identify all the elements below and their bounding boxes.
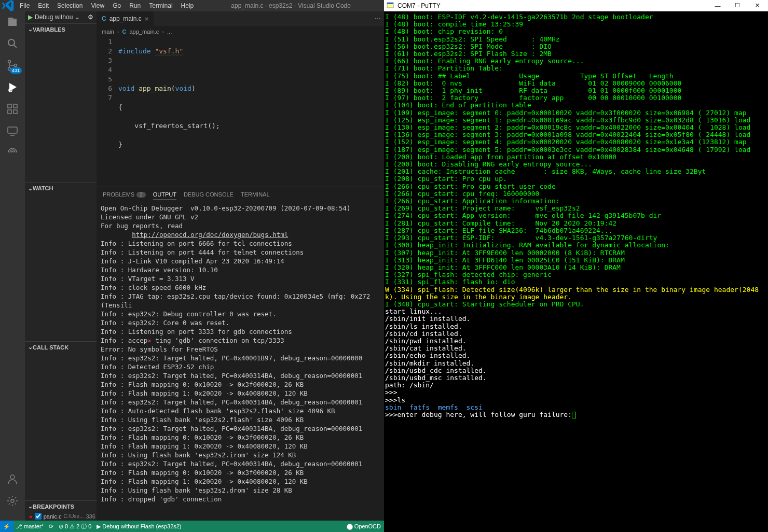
svg-rect-6 xyxy=(13,104,17,108)
gear-icon[interactable]: ⚙ xyxy=(88,13,93,21)
code-editor[interactable]: 1234567 #include "vsf.h" void app_main(v… xyxy=(97,37,384,187)
putty-titlebar: COM7 - PuTTY — ☐ ✕ xyxy=(384,0,768,11)
run-config-select[interactable]: ▶ Debug withou ⌄ ⚙ xyxy=(25,11,97,23)
account-icon[interactable] xyxy=(6,473,19,485)
tab-label: app_main.c xyxy=(109,15,142,22)
terminal-output[interactable]: I (48) boot: ESP-IDF v4.2-dev-1415-ga226… xyxy=(384,11,768,532)
tab-actions[interactable]: ⋯ xyxy=(375,15,384,22)
extensions-icon[interactable] xyxy=(6,103,19,115)
remote-indicator[interactable]: ⚡ xyxy=(0,521,13,532)
menubar: File Edit Selection View Go Run Terminal… xyxy=(0,0,384,11)
gear-icon[interactable] xyxy=(6,495,19,507)
putty-window: COM7 - PuTTY — ☐ ✕ I (48) boot: ESP-IDF … xyxy=(384,0,768,532)
menu-go[interactable]: Go xyxy=(108,2,125,9)
section-variables[interactable]: ⌄ VARIABLES xyxy=(25,23,97,35)
tab-debug-console[interactable]: DEBUG CONSOLE xyxy=(184,189,234,200)
scm-icon[interactable]: 431 xyxy=(6,59,19,72)
bottom-panel: PROBLEMS2 OUTPUT DEBUG CONSOLE TERMINAL … xyxy=(97,187,384,521)
panel-tabs: PROBLEMS2 OUTPUT DEBUG CONSOLE TERMINAL xyxy=(97,187,384,202)
sb-branch[interactable]: ⎇ master* xyxy=(16,523,44,530)
espressif-icon[interactable] xyxy=(6,146,19,159)
tab-output[interactable]: OUTPUT xyxy=(153,189,176,200)
sb-debug-target[interactable]: ▶ Debug without Flash (esp32s2) xyxy=(97,523,181,530)
svg-rect-13 xyxy=(387,3,393,4)
tab-bar: C app_main.c × ⋯ xyxy=(97,11,384,26)
svg-rect-9 xyxy=(8,127,17,133)
svg-point-3 xyxy=(15,64,17,67)
tab-problems[interactable]: PROBLEMS2 xyxy=(103,189,146,200)
tab-terminal[interactable]: TERMINAL xyxy=(241,189,270,200)
maximize-button[interactable]: ☐ xyxy=(729,1,746,10)
svg-point-0 xyxy=(8,39,15,46)
output-panel[interactable]: Open On-Chip Debugger v0.10.0-esp32-2020… xyxy=(97,202,384,521)
line-gutter: 1234567 xyxy=(97,37,118,187)
code-lines[interactable]: #include "vsf.h" void app_main(void) { v… xyxy=(118,37,384,187)
menu-terminal[interactable]: Terminal xyxy=(145,2,176,9)
tab-app-main[interactable]: C app_main.c × xyxy=(97,11,154,26)
remote-icon[interactable] xyxy=(6,124,19,137)
menu-edit[interactable]: Edit xyxy=(34,2,53,9)
svg-rect-8 xyxy=(13,110,17,114)
activity-bar: 431 xyxy=(0,11,25,521)
sb-sync-icon[interactable]: ⟳ xyxy=(49,523,53,530)
minimize-button[interactable]: — xyxy=(709,1,726,10)
vscode-body: 431 ▶ Debug withou ⌄ ⚙ ⌄ VARIABLES ⌄ WAT… xyxy=(0,11,384,521)
putty-title: COM7 - PuTTY xyxy=(397,2,441,9)
svg-point-10 xyxy=(10,475,15,479)
status-bar: ⚡ ⎇ master* ⟳ ⊘ 0 ⚠ 2 ⓘ 0 ▶ Debug withou… xyxy=(0,521,384,532)
breadcrumb[interactable]: main› C app_main.c› ... xyxy=(97,26,384,37)
chevron-down-icon: ⌄ xyxy=(75,13,80,21)
close-button[interactable]: ✕ xyxy=(748,1,766,10)
menu-run[interactable]: Run xyxy=(125,2,145,9)
breakpoint-checkbox[interactable] xyxy=(35,513,42,520)
window-title: app_main.c - esp32s2 - Visual Studio Cod… xyxy=(198,2,384,9)
svg-rect-5 xyxy=(8,104,11,108)
menu-view[interactable]: View xyxy=(87,2,108,9)
svg-point-1 xyxy=(8,61,11,63)
editor-area: C app_main.c × ⋯ main› C app_main.c› ...… xyxy=(97,11,384,521)
explorer-icon[interactable] xyxy=(6,16,19,28)
svg-rect-7 xyxy=(8,110,11,114)
section-callstack[interactable]: ⌄ CALL STACK xyxy=(25,341,97,353)
sb-openocd[interactable]: ⬤ OpenOCD xyxy=(347,523,381,530)
sb-problems[interactable]: ⊘ 0 ⚠ 2 ⓘ 0 xyxy=(59,523,91,530)
c-file-icon: C xyxy=(122,29,127,35)
close-icon[interactable]: × xyxy=(145,15,149,23)
debug-sidebar: ▶ Debug withou ⌄ ⚙ ⌄ VARIABLES ⌄ WATCH ⌄… xyxy=(25,11,97,521)
menu-help[interactable]: Help xyxy=(177,2,198,9)
menu-file[interactable]: File xyxy=(16,2,34,9)
section-breakpoints[interactable]: ⌄ BREAKPOINTS xyxy=(25,500,97,512)
menu-selection[interactable]: Selection xyxy=(53,2,87,9)
run-config-label: Debug withou xyxy=(35,13,73,21)
putty-icon xyxy=(386,2,394,10)
c-file-icon: C xyxy=(102,15,106,22)
section-watch[interactable]: ⌄ WATCH xyxy=(25,183,97,194)
scm-badge: 431 xyxy=(10,67,22,74)
breakpoint-row[interactable]: ● panic.c C:\Use... 336 xyxy=(25,512,97,521)
svg-point-11 xyxy=(11,499,14,502)
search-icon[interactable] xyxy=(6,37,19,50)
run-debug-icon[interactable] xyxy=(6,81,19,93)
vscode-window: File Edit Selection View Go Run Terminal… xyxy=(0,0,384,532)
